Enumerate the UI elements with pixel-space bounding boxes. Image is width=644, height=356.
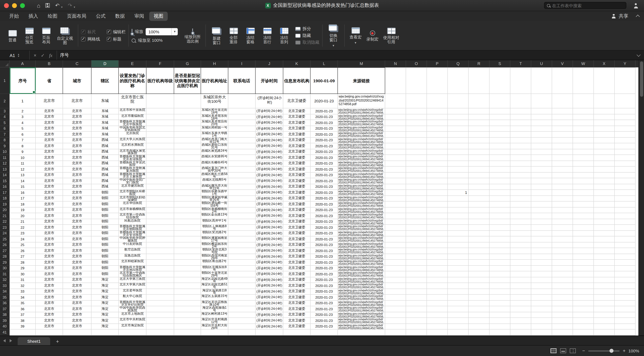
cell-R3[interactable] <box>469 108 490 114</box>
cell-O29[interactable] <box>406 260 427 266</box>
cell-P4[interactable] <box>427 114 448 120</box>
cell-N2[interactable] <box>385 94 406 108</box>
cell-O5[interactable] <box>406 120 427 126</box>
cell-W30[interactable] <box>573 266 594 271</box>
cell-H12[interactable]: 西城区长椿街45号 <box>201 161 228 166</box>
vertical-scrollbar-thumb[interactable] <box>640 62 643 97</box>
cell-T41[interactable] <box>510 330 531 335</box>
cell-B36[interactable]: 北京市 <box>36 300 63 306</box>
cell-L16[interactable]: 2020-01-23 <box>310 184 338 190</box>
cell-D27[interactable]: 朝阳 <box>92 248 119 254</box>
cell-S5[interactable] <box>490 120 510 126</box>
cell-F32[interactable] <box>146 277 174 283</box>
cell-U12[interactable] <box>531 161 552 166</box>
zoom-in-button[interactable]: + <box>623 348 626 354</box>
cell-X1[interactable] <box>594 68 615 94</box>
cell-F39[interactable] <box>146 318 174 324</box>
cell-X30[interactable] <box>594 266 615 271</box>
cell-V35[interactable] <box>552 294 573 300</box>
cell-L21[interactable]: 2020-01-23 <box>310 213 338 219</box>
cell-E23[interactable]: 首都医科大学附属北京朝阳医院 <box>119 225 146 230</box>
cell-D15[interactable]: 西城 <box>92 178 119 184</box>
col-header-F[interactable]: F <box>146 60 174 68</box>
cell-F35[interactable] <box>146 294 174 300</box>
cell-X31[interactable] <box>594 271 615 277</box>
cell-J6[interactable]: (开诊时间:24小时) <box>256 126 283 132</box>
cell-X5[interactable] <box>594 120 615 126</box>
cell-C36[interactable]: 北京市 <box>63 300 92 306</box>
cell-T14[interactable] <box>510 172 531 178</box>
cell-Q16[interactable] <box>448 184 469 190</box>
cell-G6[interactable] <box>174 126 201 132</box>
headings-checkbox[interactable]: 标题 <box>106 36 126 42</box>
cell-O21[interactable] <box>406 213 427 219</box>
cell-K31[interactable]: 北京卫健委 <box>283 271 310 277</box>
cell-U10[interactable] <box>531 149 552 155</box>
row-header-8[interactable]: 8 <box>0 138 10 143</box>
cell-P41[interactable] <box>427 330 448 335</box>
search-input[interactable] <box>552 3 624 8</box>
row-header-15[interactable]: 15 <box>0 178 10 184</box>
cell-C28[interactable]: 北京市 <box>63 254 92 260</box>
cell-D29[interactable]: 朝阳 <box>92 260 119 266</box>
row-header-30[interactable]: 30 <box>0 266 10 271</box>
cell-D41[interactable] <box>92 330 119 335</box>
cell-C17[interactable]: 北京市 <box>63 190 92 196</box>
cell-E39[interactable]: 北京市中关村医院 <box>119 318 146 324</box>
cell-G2[interactable] <box>174 94 201 108</box>
cell-Y34[interactable] <box>615 289 636 294</box>
cell-N12[interactable] <box>385 161 406 166</box>
cell-P31[interactable] <box>427 271 448 277</box>
cell-O2[interactable] <box>406 94 427 108</box>
cell-F5[interactable] <box>146 120 174 126</box>
cell-K27[interactable]: 北京卫健委 <box>283 248 310 254</box>
cell-W1[interactable] <box>573 68 594 94</box>
cell-H21[interactable]: 朝阳区金台路13号 <box>201 213 228 219</box>
cell-X35[interactable] <box>594 294 615 300</box>
cell-W29[interactable] <box>573 260 594 266</box>
cell-R1[interactable] <box>469 68 490 94</box>
cell-B27[interactable]: 北京市 <box>36 248 63 254</box>
cell-I7[interactable] <box>228 132 256 138</box>
cell-U1[interactable] <box>531 68 552 94</box>
cell-I12[interactable] <box>228 161 256 166</box>
cell-E41[interactable] <box>119 330 146 335</box>
cell-O1[interactable] <box>406 68 427 94</box>
cell-U29[interactable] <box>531 260 552 266</box>
cell-A19[interactable]: 18 <box>10 202 36 207</box>
cell-W25[interactable] <box>573 236 594 242</box>
cell-L10[interactable]: 2020-01-23 <box>310 149 338 155</box>
cell-O18[interactable] <box>406 196 427 202</box>
cell-N21[interactable] <box>385 213 406 219</box>
cell-S27[interactable] <box>490 248 510 254</box>
cell-M27[interactable]: wjw.beijing.gov.cn/wjwh/ztzl/xxgzbd/2020… <box>338 248 385 254</box>
cell-W14[interactable] <box>573 172 594 178</box>
cell-K23[interactable]: 北京卫健委 <box>283 225 310 230</box>
row-header-3[interactable]: 3 <box>0 108 10 114</box>
cell-D22[interactable]: 朝阳 <box>92 219 119 225</box>
tab-review[interactable]: 审阅 <box>130 12 148 21</box>
cell-J20[interactable]: (开诊时间:24小时) <box>256 207 283 213</box>
cell-I14[interactable] <box>228 172 256 178</box>
cell-X11[interactable] <box>594 155 615 161</box>
cell-I39[interactable] <box>228 318 256 324</box>
cell-I21[interactable] <box>228 213 256 219</box>
cell-D23[interactable]: 朝阳 <box>92 225 119 230</box>
row-header-16[interactable]: 16 <box>0 184 10 190</box>
cell-A3[interactable]: 2 <box>10 108 36 114</box>
cell-E34[interactable]: 北京老年医院 <box>119 289 146 294</box>
cell-C9[interactable]: 北京市 <box>63 143 92 149</box>
cell-G36[interactable] <box>174 300 201 306</box>
row-header-18[interactable]: 18 <box>0 196 10 202</box>
cell-S11[interactable] <box>490 155 510 161</box>
cell-L15[interactable]: 2020-01-23 <box>310 178 338 184</box>
cell-M24[interactable]: wjw.beijing.gov.cn/wjwh/ztzl/xxgzbd/2020… <box>338 230 385 236</box>
cell-Y3[interactable] <box>615 108 636 114</box>
cell-A38[interactable]: 37 <box>10 312 36 318</box>
gridlines-checkbox[interactable]: 网格线 <box>81 36 100 42</box>
cell-M11[interactable]: wjw.beijing.gov.cn/wjwh/ztzl/xxgzbd/2020… <box>338 155 385 161</box>
cell-I4[interactable] <box>228 114 256 120</box>
cell-R33[interactable] <box>469 283 490 289</box>
cell-L32[interactable]: 2020-01-23 <box>310 277 338 283</box>
cell-Y9[interactable] <box>615 143 636 149</box>
